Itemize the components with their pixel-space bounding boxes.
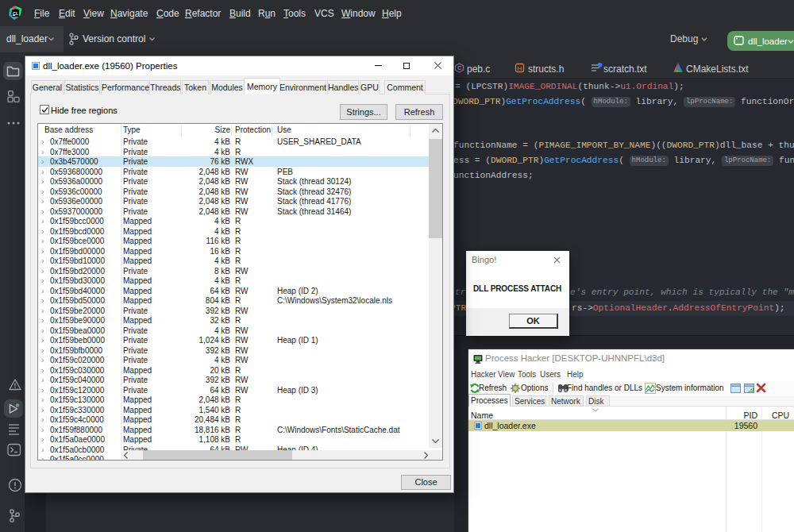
svg-text:C: C (457, 65, 461, 71)
svg-text:H: H (518, 65, 522, 72)
svg-text:CL: CL (13, 11, 19, 16)
